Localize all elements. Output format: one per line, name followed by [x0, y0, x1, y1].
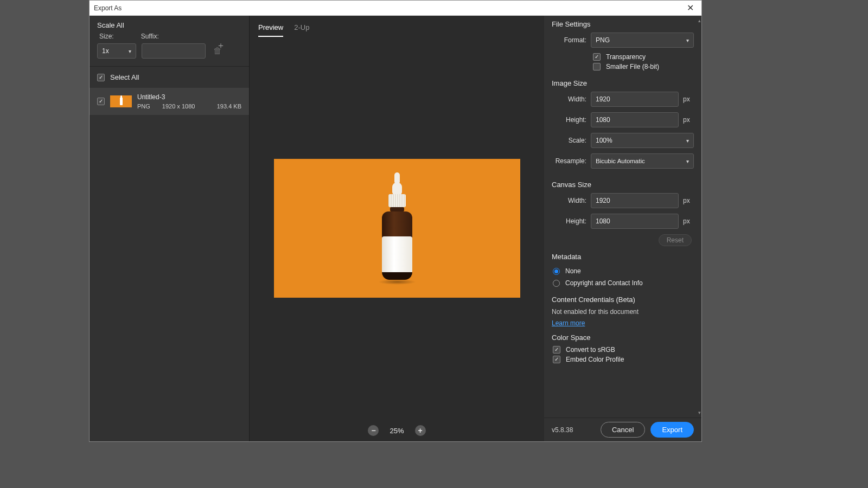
scale-select[interactable]: 100% ▾: [591, 133, 694, 148]
size-label: Size:: [99, 33, 114, 40]
zoom-in-icon[interactable]: +: [415, 425, 426, 436]
image-size-title: Image Size: [552, 79, 694, 87]
preview-image: [274, 159, 520, 298]
chevron-down-icon: ▾: [129, 48, 131, 54]
zoom-level: 25%: [390, 427, 404, 435]
learn-more-link[interactable]: Learn more: [552, 319, 585, 327]
img-width-label: Width:: [552, 95, 586, 103]
cv-width-label: Width:: [552, 197, 586, 204]
metadata-none-radio[interactable]: [553, 268, 560, 275]
window-title: Export As: [94, 4, 122, 12]
convert-srgb-label: Convert to sRGB: [566, 346, 615, 354]
zoom-out-icon[interactable]: −: [368, 425, 379, 436]
size-select[interactable]: 1x ▾: [97, 43, 136, 59]
preview-canvas: [250, 37, 544, 420]
chevron-down-icon: ▾: [686, 37, 689, 43]
bottle-illustration: [380, 172, 414, 285]
metadata-copyright-label: Copyright and Contact Info: [565, 279, 643, 287]
credentials-title: Content Credentials (Beta): [552, 296, 694, 304]
tab-2up[interactable]: 2-Up: [294, 20, 309, 37]
resample-value: Bicubic Automatic: [596, 158, 645, 164]
convert-srgb-checkbox[interactable]: [553, 346, 560, 354]
cv-height-input[interactable]: 1080: [591, 214, 679, 229]
metadata-title: Metadata: [552, 253, 694, 261]
resample-label: Resample:: [552, 157, 586, 165]
img-height-label: Height:: [552, 116, 586, 124]
px-unit: px: [683, 197, 694, 204]
embed-profile-label: Embed Color Profile: [566, 356, 624, 363]
dialog-footer: v5.8.38 Cancel Export: [544, 418, 701, 441]
file-settings-title: File Settings: [552, 20, 694, 28]
reset-button: Reset: [659, 234, 692, 246]
color-space-title: Color Space: [552, 333, 694, 342]
asset-checkbox[interactable]: [97, 98, 105, 105]
transparency-label: Transparency: [606, 53, 646, 61]
scale-all-title: Scale All: [90, 16, 249, 33]
img-width-input[interactable]: 1920: [591, 92, 679, 107]
smaller-file-label: Smaller File (8-bit): [606, 63, 659, 70]
size-value: 1x: [102, 47, 109, 55]
suffix-input[interactable]: [142, 43, 206, 59]
px-unit: px: [683, 116, 694, 124]
asset-name: Untitled-3: [137, 93, 241, 101]
embed-profile-checkbox[interactable]: [553, 356, 560, 363]
preview-panel: Preview 2-Up: [250, 16, 544, 441]
format-value: PNG: [596, 36, 610, 44]
scroll-up-icon[interactable]: ▴: [698, 18, 701, 23]
smaller-file-checkbox[interactable]: [593, 63, 601, 70]
scroll-down-icon[interactable]: ▾: [698, 410, 701, 415]
chevron-down-icon: ▾: [686, 158, 689, 164]
tab-preview[interactable]: Preview: [258, 20, 283, 37]
chevron-down-icon: ▾: [686, 138, 689, 144]
format-label: Format:: [552, 36, 586, 44]
transparency-checkbox[interactable]: [593, 53, 601, 61]
suffix-label: Suffix:: [141, 33, 159, 40]
version-label: v5.8.38: [552, 426, 573, 434]
img-height-input[interactable]: 1080: [591, 112, 679, 127]
cv-height-label: Height:: [552, 217, 586, 225]
select-all-checkbox[interactable]: [97, 74, 105, 81]
resample-select[interactable]: Bicubic Automatic ▾: [591, 153, 694, 169]
asset-filesize: 193.4 KB: [217, 103, 241, 110]
close-icon[interactable]: ✕: [684, 3, 697, 13]
export-as-dialog: Export As ✕ Scale All Size: Suffix: 1x ▾…: [89, 0, 702, 442]
cv-width-input[interactable]: 1920: [591, 193, 679, 208]
metadata-copyright-radio[interactable]: [553, 280, 560, 287]
canvas-size-title: Canvas Size: [552, 181, 694, 189]
credentials-status: Not enabled for this document: [552, 308, 694, 316]
px-unit: px: [683, 217, 694, 225]
right-scroll[interactable]: File Settings Format: PNG ▾ Transparency: [544, 16, 701, 418]
cancel-button[interactable]: Cancel: [601, 422, 645, 438]
asset-thumbnail: [110, 95, 132, 107]
select-all-label: Select All: [110, 73, 139, 81]
plus-icon[interactable]: ＋: [214, 39, 227, 52]
titlebar: Export As ✕: [90, 1, 701, 16]
right-panel: ▴ File Settings Format: PNG ▾ Transparen…: [544, 16, 701, 441]
px-unit: px: [683, 95, 694, 103]
asset-dimensions: 1920 x 1080: [162, 103, 195, 110]
format-select[interactable]: PNG ▾: [591, 33, 694, 48]
asset-format: PNG: [137, 103, 150, 110]
scale-label: Scale:: [552, 137, 586, 144]
scale-value: 100%: [596, 137, 612, 144]
metadata-none-label: None: [565, 267, 581, 275]
left-panel: Scale All Size: Suffix: 1x ▾ 🗑 ＋ Select …: [90, 16, 250, 441]
asset-row[interactable]: Untitled-3 PNG 1920 x 1080 193.4 KB: [90, 88, 249, 115]
export-button[interactable]: Export: [650, 422, 694, 438]
